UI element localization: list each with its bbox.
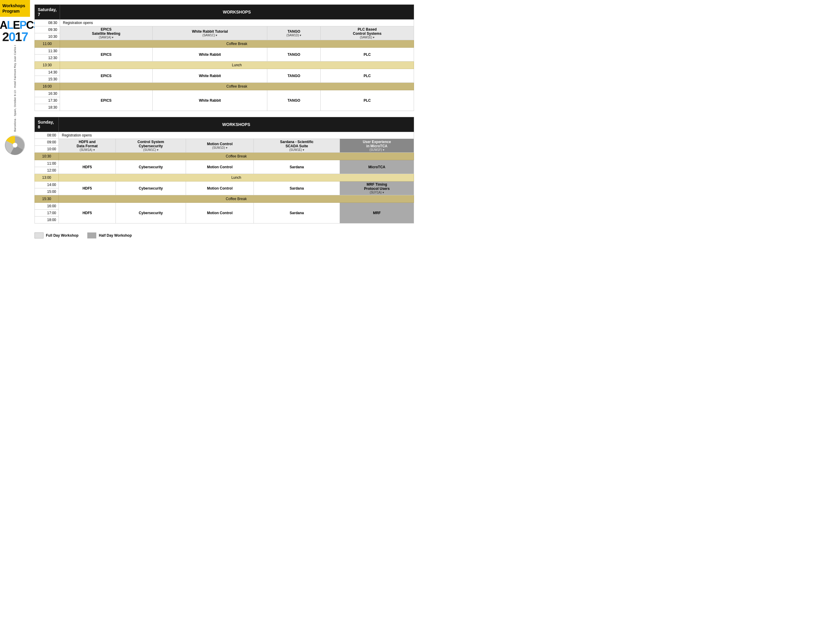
legend-full-day-box <box>35 232 44 238</box>
sunday-workshops-label: WORKSHOPS <box>59 117 414 132</box>
sunday-mrf-timing: MRF Timing Protocol Users (SUY1A) <box>340 182 414 195</box>
saturday-time-1730: 17:30 <box>35 97 60 104</box>
sunday-motion-control-evening: Motion Control <box>186 203 254 223</box>
sunday-time-1700: 17:00 <box>35 210 59 217</box>
sunday-coffee-time-1: 10:30 <box>35 153 59 160</box>
sunday-cybersecurity-morning: Cybersecurity <box>116 160 186 174</box>
sunday-ux-microtca: User Experience in MicroTCA (SUW1F) <box>340 139 414 153</box>
sunday-hdf5-morning: HDF5 <box>59 160 116 174</box>
saturday-coffee-break-1-row: 11:00 Coffee Break <box>35 40 414 48</box>
saturday-session-row-2: 11:30 EPICS White Rabbit TANGO PLC <box>35 48 414 54</box>
saturday-reg-time: 08:30 <box>35 20 60 26</box>
saturday-time-1530: 15:30 <box>35 76 60 83</box>
sunday-registration-row: 08:00 Registration opens <box>35 132 414 139</box>
conference-wheel-icon <box>5 135 26 156</box>
sunday-hdf5-afternoon: HDF5 <box>59 182 116 195</box>
sunday-sardana-afternoon: Sardana <box>254 182 340 195</box>
saturday-plc-control-systems: PLC Based Control Systems (SAW1E) <box>321 26 414 40</box>
sunday-sardana-scada: Sardana - Scientific SCADA Suite (SUW1E) <box>254 139 340 153</box>
legend-half-day-box <box>87 232 96 238</box>
saturday-time-0930: 09:30 <box>35 26 60 33</box>
sunday-coffee-break-2-row: 15:30 Coffee Break <box>35 195 414 203</box>
sunday-motion-control-morning: Motion Control <box>186 160 254 174</box>
saturday-tango-saw1d: TANGO (SAW1D) <box>267 26 321 40</box>
saturday-tango-evening: TANGO <box>267 90 321 111</box>
sunday-mrf-evening: MRF <box>340 203 414 223</box>
saturday-coffee-time-1: 11:00 <box>35 40 60 48</box>
sunday-coffee-break-1-row: 10:30 Coffee Break <box>35 153 414 160</box>
sunday-time-0900: 09:00 <box>35 139 59 146</box>
sidebar-header: Workshops Program <box>0 0 30 17</box>
saturday-session-row-3: 14:30 EPICS White Rabbit TANGO PLC <box>35 69 414 76</box>
sunday-session-row-2: 11:00 HDF5 Cybersecurity Motion Control … <box>35 160 414 167</box>
saturday-tango-morning: TANGO <box>267 48 321 62</box>
sidebar: Workshops Program ICALEPCS 2017 Barcelon… <box>0 0 30 310</box>
saturday-session-row-1: 09:30 EPICS Satellite Meeting (SAW1A) Wh… <box>35 26 414 33</box>
svg-point-1 <box>13 143 17 147</box>
saturday-time-1230: 12:30 <box>35 54 60 62</box>
conference-logo: ICALEPCS 2017 <box>2 20 29 43</box>
sunday-lunch-time: 13:00 <box>35 174 59 182</box>
saturday-plc-morning: PLC <box>321 48 414 62</box>
legend-half-day-label: Half Day Workshop <box>99 233 132 238</box>
sunday-reg-time: 08:00 <box>35 132 59 139</box>
saturday-epics-morning: EPICS <box>60 48 152 62</box>
sunday-session-row-3: 14:00 HDF5 Cybersecurity Motion Control … <box>35 182 414 188</box>
sunday-time-1600: 16:00 <box>35 203 59 210</box>
saturday-tango-afternoon: TANGO <box>267 69 321 83</box>
saturday-white-rabbit-afternoon: White Rabbit <box>152 69 267 83</box>
saturday-white-rabbit-morning: White Rabbit <box>152 48 267 62</box>
legend: Full Day Workshop Half Day Workshop <box>35 229 414 241</box>
saturday-workshops-label: WORKSHOPS <box>60 5 414 20</box>
saturday-reg-text: Registration opens <box>60 20 414 26</box>
saturday-coffee-label-1: Coffee Break <box>60 40 414 48</box>
saturday-plc-afternoon: PLC <box>321 69 414 83</box>
saturday-plc-evening: PLC <box>321 90 414 111</box>
sunday-time-1400: 14:00 <box>35 182 59 188</box>
sunday-lunch-row: 13:00 Lunch <box>35 174 414 182</box>
saturday-time-1130: 11:30 <box>35 48 60 54</box>
sunday-microtca-morning: MicroTCA <box>340 160 414 174</box>
sunday-coffee-label-1: Coffee Break <box>59 153 414 160</box>
conference-location: Barcelona · Spain, October 8-13 · Hotel … <box>14 45 17 132</box>
saturday-session-row-4: 16:30 EPICS White Rabbit TANGO PLC <box>35 90 414 97</box>
saturday-epics-satellite: EPICS Satellite Meeting (SAW1A) <box>60 26 152 40</box>
sunday-table: Sunday, 8 WORKSHOPS 08:00 Registration o… <box>35 117 414 223</box>
sunday-time-1100: 11:00 <box>35 160 59 167</box>
saturday-registration-row: 08:30 Registration opens <box>35 20 414 26</box>
legend-half-day: Half Day Workshop <box>87 232 132 238</box>
saturday-time-1430: 14:30 <box>35 69 60 76</box>
sunday-hdf5-data-format: HDF5 and Data Format (SUW1A) <box>59 139 116 153</box>
saturday-time-1630: 16:30 <box>35 90 60 97</box>
sunday-header-row: Sunday, 8 WORKSHOPS <box>35 117 414 132</box>
sunday-coffee-time-2: 15:30 <box>35 195 59 203</box>
sunday-time-1000: 10:00 <box>35 146 59 153</box>
sunday-sardana-morning: Sardana <box>254 160 340 174</box>
sunday-cybersecurity: Control System Cybersecurity (SUW1C) <box>116 139 186 153</box>
saturday-time-1830: 18:30 <box>35 104 60 111</box>
saturday-lunch-row: 13:30 Lunch <box>35 62 414 69</box>
saturday-epics-evening: EPICS <box>60 90 152 111</box>
sunday-session-row-1: 09:00 HDF5 and Data Format (SUW1A) Contr… <box>35 139 414 146</box>
sunday-time-1800: 18:00 <box>35 217 59 223</box>
saturday-epics-afternoon: EPICS <box>60 69 152 83</box>
sunday-cybersecurity-afternoon: Cybersecurity <box>116 182 186 195</box>
sunday-sardana-evening: Sardana <box>254 203 340 223</box>
sunday-motion-control-afternoon: Motion Control <box>186 182 254 195</box>
sunday-day-label: Sunday, 8 <box>35 117 59 132</box>
sunday-lunch-label: Lunch <box>59 174 414 182</box>
sunday-cybersecurity-evening: Cybersecurity <box>116 203 186 223</box>
sunday-time-1200: 12:00 <box>35 167 59 174</box>
saturday-white-rabbit-tutorial: White Rabbit Tutorial (SAW1C) <box>152 26 267 40</box>
saturday-white-rabbit-evening: White Rabbit <box>152 90 267 111</box>
saturday-time-1030: 10:30 <box>35 33 60 40</box>
logo-year: 2017 <box>2 31 28 43</box>
saturday-lunch-label: Lunch <box>60 62 414 69</box>
saturday-coffee-break-2-row: 16:00 Coffee Break <box>35 83 414 90</box>
sunday-time-1500: 15:00 <box>35 188 59 195</box>
saturday-coffee-label-2: Coffee Break <box>60 83 414 90</box>
main-content: Saturday, 7 WORKSHOPS 08:30 Registration… <box>30 0 420 310</box>
saturday-lunch-time: 13:30 <box>35 62 60 69</box>
sunday-coffee-label-2: Coffee Break <box>59 195 414 203</box>
sunday-motion-control-header: Motion Control (SUW1D) <box>186 139 254 153</box>
